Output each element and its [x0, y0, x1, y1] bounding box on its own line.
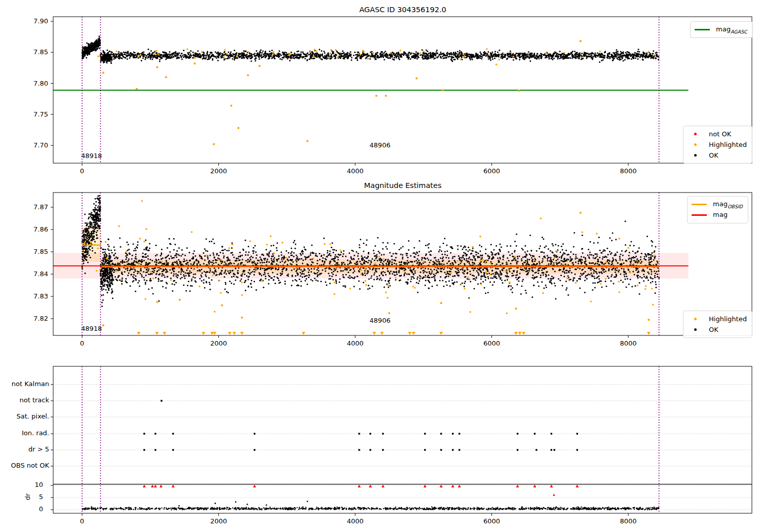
scatter-point-ok	[234, 54, 235, 55]
scatter-point-ok	[106, 62, 107, 64]
dr-point	[247, 509, 248, 510]
scatter-point-ok	[346, 56, 348, 58]
scatter-point-ok	[321, 255, 322, 256]
scatter-point-ok	[487, 271, 488, 272]
scatter-point-ok	[367, 262, 369, 263]
dr-point	[616, 509, 617, 510]
scatter-point-ok	[218, 57, 219, 58]
scatter-point-ok	[563, 269, 564, 271]
scatter-point-ok	[353, 258, 354, 259]
dr-point	[137, 508, 138, 509]
scatter-point-ok	[454, 282, 455, 283]
dr-point	[628, 508, 629, 509]
dr-point	[220, 509, 221, 510]
scatter-point-ok	[611, 240, 613, 241]
scatter-point-ok	[253, 274, 255, 276]
scatter-point-ok	[464, 286, 465, 287]
dr-point	[179, 508, 180, 509]
scatter-point-ok	[275, 268, 277, 269]
scatter-point-ok	[421, 259, 423, 260]
scatter-point-ok	[218, 263, 219, 265]
scatter-point-highlighted	[581, 232, 583, 234]
scatter-point-ok	[187, 285, 188, 286]
scatter-point-ok	[147, 255, 148, 257]
dr-point	[534, 508, 535, 509]
scatter-point-ok	[378, 258, 380, 260]
y-tick-label: 7.85	[18, 48, 48, 56]
scatter-point-ok	[324, 52, 325, 54]
scatter-point-highlighted	[333, 282, 335, 284]
scatter-point-ok	[88, 255, 90, 256]
scatter-point-ok	[369, 263, 371, 265]
scatter-point-ok	[309, 275, 310, 276]
scatter-point-ok	[476, 277, 477, 279]
scatter-point-ok	[503, 268, 504, 269]
dr-point	[576, 508, 577, 509]
scatter-point-highlighted	[590, 300, 592, 302]
scatter-point-ok	[355, 54, 357, 56]
scatter-point-ok	[520, 269, 521, 270]
scatter-point-ok	[547, 255, 548, 256]
scatter-point-ok	[334, 257, 336, 259]
scatter-outlier-highlighted	[415, 78, 417, 80]
scatter-point-ok	[102, 56, 103, 58]
dr-point	[198, 509, 199, 510]
scatter-point-ok	[213, 272, 215, 273]
scatter-point-ok	[230, 56, 232, 57]
scatter-point-ok	[97, 215, 98, 216]
dr-point	[103, 508, 104, 509]
dr-point	[338, 508, 339, 509]
scatter-point-highlighted	[464, 56, 466, 58]
scatter-point-ok	[432, 261, 434, 262]
scatter-point-ok	[132, 255, 133, 256]
dr-point	[541, 508, 542, 509]
scatter-point-ok	[230, 261, 231, 263]
scatter-point-ok	[411, 52, 412, 54]
scatter-point-ok	[212, 238, 214, 240]
scatter-point-ok	[278, 55, 279, 56]
clipped-low-marker	[522, 332, 525, 335]
scatter-point-ok	[125, 278, 127, 280]
scatter-point-ok	[463, 254, 464, 256]
scatter-point-ok	[430, 53, 432, 55]
dr-point	[214, 509, 215, 510]
scatter-point-ok	[442, 260, 443, 262]
scatter-point-ok	[353, 268, 355, 270]
scatter-point-highlighted	[619, 238, 621, 240]
dr-point	[538, 507, 539, 508]
scatter-point-ok	[335, 250, 337, 251]
scatter-point-ok	[594, 52, 596, 54]
scatter-point-ok	[101, 288, 102, 289]
scatter-point-ok	[625, 259, 627, 261]
scatter-point-ok	[314, 268, 315, 270]
scatter-point-ok	[105, 275, 106, 277]
dr-point	[302, 506, 303, 507]
scatter-point-ok	[241, 275, 242, 277]
scatter-point-ok	[653, 259, 655, 260]
x-tick-label: 8000	[612, 339, 644, 348]
scatter-point-ok	[110, 51, 112, 53]
dr-point	[116, 509, 117, 510]
scatter-point-ok	[462, 272, 464, 274]
scatter-point-ok	[336, 262, 338, 264]
scatter-point-ok	[126, 241, 128, 243]
scatter-point-ok	[277, 278, 279, 279]
scatter-point-ok	[157, 271, 158, 272]
dr-point	[317, 508, 318, 509]
scatter-point-ok	[441, 271, 442, 273]
dr-point	[351, 509, 352, 510]
scatter-point-ok	[106, 278, 107, 279]
legend-mag-lines: magOBSID mag	[687, 196, 748, 223]
scatter-point-ok	[399, 249, 400, 250]
scatter-point-ok	[163, 270, 165, 271]
x-tick-label: 0	[66, 517, 98, 525]
scatter-point-ok	[558, 278, 559, 280]
scatter-point-ok	[613, 58, 614, 59]
scatter-point-ok	[89, 45, 90, 47]
scatter-point-highlighted	[212, 275, 214, 277]
scatter-point-ok	[591, 254, 592, 256]
clipped-low-marker	[408, 332, 411, 335]
scatter-point-ok	[86, 259, 87, 261]
dr-point	[339, 507, 340, 508]
scatter-point-ok	[204, 271, 205, 272]
